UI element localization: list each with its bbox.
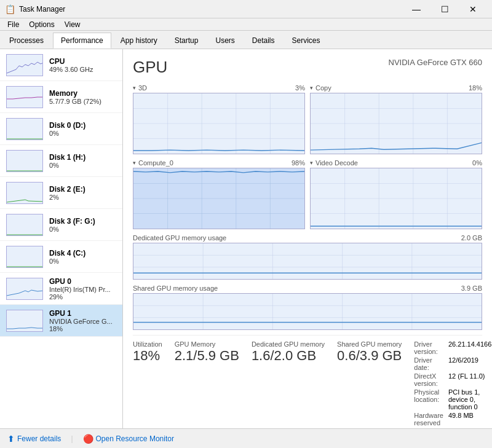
disk3-info: Disk 3 (F: G:) 0%: [49, 217, 116, 233]
driver-version-value: 26.21.14.4166: [448, 340, 491, 355]
svg-rect-3: [7, 151, 43, 172]
graph-copy-value: 18%: [469, 84, 482, 92]
sidebar-item-disk2[interactable]: Disk 2 (E:) 2%: [0, 177, 122, 209]
sidebar: CPU 49% 3.60 GHz Memory 5.7/7.9 GB (72%): [0, 49, 123, 428]
svg-rect-7: [7, 278, 43, 300]
gpu0-info: GPU 0 Intel(R) Iris(TM) Pr... 29%: [49, 277, 116, 301]
stats-section: Utilization 18% GPU Memory 2.1/5.9 GB De…: [133, 335, 482, 428]
memory-thumb: [6, 86, 43, 108]
tab-performance[interactable]: Performance: [53, 33, 111, 49]
physical-location-label: Physical location:: [414, 388, 443, 411]
sidebar-item-memory[interactable]: Memory 5.7/7.9 GB (72%): [0, 81, 122, 113]
graph-dedicated-mem: Dedicated GPU memory usage 2.0 GB: [133, 234, 482, 280]
graph-3d-value: 3%: [295, 84, 305, 92]
gpu-header: GPU NVIDIA GeForce GTX 660: [133, 58, 482, 77]
tab-startup[interactable]: Startup: [167, 33, 207, 49]
graph-videodecode-value: 0%: [472, 159, 482, 167]
gpu1-thumb: [6, 310, 43, 332]
svg-rect-48: [133, 294, 482, 329]
graph-videodecode-label: Video Decode: [315, 159, 358, 167]
menu-options[interactable]: Options: [24, 18, 59, 31]
graph-compute0-container: [133, 168, 305, 229]
gpu1-info: GPU 1 NVIDIA GeForce G... 18%: [49, 309, 116, 332]
graph-compute0-label: Compute_0: [138, 159, 173, 167]
tab-users[interactable]: Users: [207, 33, 242, 49]
disk4-info: Disk 4 (C:) 0%: [49, 249, 116, 265]
driver-version-label: Driver version:: [414, 340, 443, 355]
sidebar-item-disk0[interactable]: Disk 0 (D:) 0%: [0, 113, 122, 145]
footer-divider: |: [71, 434, 73, 443]
disk2-thumb: [6, 182, 43, 204]
detail-panel: GPU NVIDIA GeForce GTX 660 ▾ 3D 3%: [123, 49, 492, 428]
directx-label: DirectX version:: [414, 372, 443, 387]
fewer-details-icon: ⬆: [7, 434, 15, 444]
disk4-thumb: [6, 246, 43, 268]
svg-rect-5: [7, 214, 43, 236]
sidebar-item-disk3[interactable]: Disk 3 (F: G:) 0%: [0, 209, 122, 241]
sidebar-item-disk4[interactable]: Disk 4 (C:) 0%: [0, 241, 122, 273]
menu-view[interactable]: View: [60, 18, 85, 31]
tab-bar: Processes Performance App history Startu…: [0, 31, 492, 49]
graphs-grid: ▾ 3D 3%: [133, 84, 482, 229]
disk2-info: Disk 2 (E:) 2%: [49, 185, 116, 201]
maximize-button[interactable]: ☐: [430, 0, 459, 18]
graph-videodecode: ▾ Video Decode 0%: [310, 159, 482, 229]
graph-dedicated-container: [133, 243, 482, 280]
graph-3d-label: 3D: [138, 84, 147, 92]
menu-file[interactable]: File: [2, 18, 24, 31]
stats-info: Driver version: 26.21.14.4166 Driver dat…: [414, 340, 491, 428]
stat-gpu-memory: GPU Memory 2.1/5.9 GB: [175, 340, 239, 428]
memory-info: Memory 5.7/7.9 GB (72%): [49, 89, 116, 105]
disk1-info: Disk 1 (H:) 0%: [49, 153, 116, 169]
sidebar-item-disk1[interactable]: Disk 1 (H:) 0%: [0, 145, 122, 177]
graph-shared-label: Shared GPU memory usage: [133, 285, 218, 292]
sidebar-item-gpu1[interactable]: GPU 1 NVIDIA GeForce G... 18%: [0, 305, 122, 337]
chevron-copy-icon: ▾: [310, 85, 313, 91]
graph-3d: ▾ 3D 3%: [133, 84, 305, 154]
menu-bar: File Options View: [0, 18, 492, 31]
close-button[interactable]: ✕: [459, 0, 487, 18]
tab-app-history[interactable]: App history: [113, 33, 165, 49]
sidebar-item-gpu0[interactable]: GPU 0 Intel(R) Iris(TM) Pr... 29%: [0, 273, 122, 305]
graph-compute0: ▾ Compute_0 98%: [133, 159, 305, 229]
stat-dedicated-mem: Dedicated GPU memory 1.6/2.0 GB: [252, 340, 325, 428]
gpu-title: GPU: [133, 58, 167, 77]
minimize-button[interactable]: —: [402, 0, 430, 18]
monitor-label: Open Resource Monitor: [96, 434, 174, 443]
driver-date-label: Driver date:: [414, 356, 443, 371]
graph-videodecode-container: [310, 168, 482, 229]
tab-processes[interactable]: Processes: [1, 33, 52, 49]
disk1-thumb: [6, 150, 43, 172]
monitor-icon: 🔴: [83, 434, 93, 444]
tab-details[interactable]: Details: [244, 33, 283, 49]
footer: ⬆ Fewer details | 🔴 Open Resource Monito…: [0, 428, 492, 448]
graph-3d-container: [133, 93, 305, 154]
graph-shared-value: 3.9 GB: [461, 285, 482, 292]
fewer-details-label: Fewer details: [17, 434, 61, 443]
graph-dedicated-value: 2.0 GB: [461, 234, 482, 242]
main-content: CPU 49% 3.60 GHz Memory 5.7/7.9 GB (72%): [0, 49, 492, 428]
graph-copy: ▾ Copy 18%: [310, 84, 482, 154]
open-resource-monitor-link[interactable]: 🔴 Open Resource Monitor: [83, 434, 174, 444]
physical-location-value: PCI bus 1, device 0, function 0: [448, 388, 491, 411]
svg-rect-0: [7, 55, 43, 76]
cpu-thumb: [6, 54, 43, 76]
tab-services[interactable]: Services: [284, 33, 328, 49]
chevron-video-icon: ▾: [310, 160, 313, 166]
chevron-compute-icon: ▾: [133, 160, 136, 166]
fewer-details-link[interactable]: ⬆ Fewer details: [7, 434, 61, 444]
disk3-thumb: [6, 214, 43, 236]
hw-reserved-label: Hardware reserved memory:: [414, 412, 443, 428]
graph-dedicated-label: Dedicated GPU memory usage: [133, 234, 226, 242]
graph-copy-label: Copy: [315, 84, 331, 92]
stat-utilization: Utilization 18%: [133, 340, 162, 428]
chevron-3d-icon: ▾: [133, 85, 136, 91]
graph-compute0-value: 98%: [292, 159, 305, 167]
stat-shared-mem: Shared GPU memory 0.6/3.9 GB: [337, 340, 402, 428]
svg-rect-41: [133, 243, 482, 279]
disk0-info: Disk 0 (D:) 0%: [49, 121, 116, 137]
title-bar: 📋 Task Manager — ☐ ✕: [0, 0, 492, 18]
driver-date-value: 12/6/2019: [448, 356, 491, 371]
svg-rect-2: [7, 119, 43, 140]
sidebar-item-cpu[interactable]: CPU 49% 3.60 GHz: [0, 49, 122, 81]
